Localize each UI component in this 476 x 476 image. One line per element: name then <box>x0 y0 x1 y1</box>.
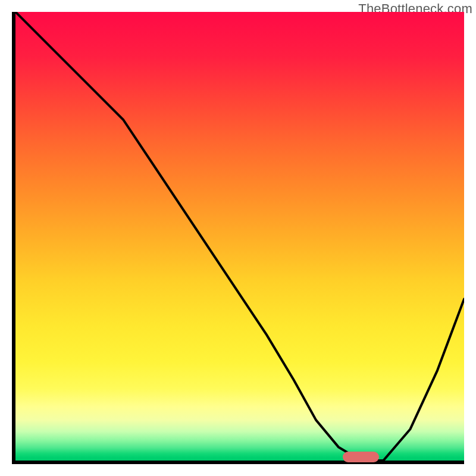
bottleneck-curve <box>15 12 464 461</box>
chart-frame <box>12 12 464 464</box>
optimal-range-marker <box>343 452 378 462</box>
bottleneck-curve-path <box>15 12 464 461</box>
